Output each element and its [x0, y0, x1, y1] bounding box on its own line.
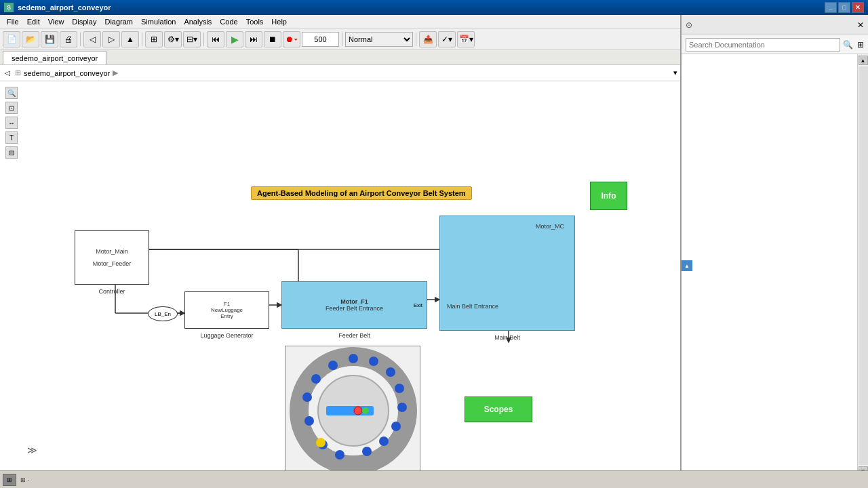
simulink-panel: File Edit View Display Diagram Simulatio…: [0, 15, 682, 488]
run-btn[interactable]: ▶: [226, 31, 243, 47]
info-button[interactable]: Info: [590, 182, 627, 210]
expand-btn[interactable]: ≫: [27, 445, 37, 455]
redo-btn[interactable]: ▷: [102, 31, 120, 47]
new-btn[interactable]: 📄: [3, 31, 20, 47]
stop-btn[interactable]: ⏹: [264, 31, 281, 47]
menu-view[interactable]: View: [44, 17, 68, 26]
path-arrow: ▶: [113, 68, 118, 77]
title-bar-controls: _ □ ✕: [825, 2, 864, 13]
main-belt-block[interactable]: Motor_MC Main Belt Entrance Main Belt: [439, 216, 575, 331]
menu-simulation[interactable]: Simulation: [137, 17, 180, 26]
menu-help[interactable]: Help: [267, 17, 291, 26]
controller-motor-feeder: Motor_Feeder: [93, 260, 132, 267]
svg-point-16: [391, 422, 401, 431]
feeder-belt-label: Feeder Belt: [338, 332, 370, 339]
share-btn[interactable]: 📤: [419, 31, 437, 47]
menu-analysis[interactable]: Analysis: [180, 17, 216, 26]
canvas-area[interactable]: 🔍 ⊡ ↔ T ⊟: [0, 81, 680, 474]
svg-point-17: [379, 436, 389, 446]
feeder-exit: Exit: [414, 302, 422, 308]
open-btn[interactable]: 📂: [22, 31, 39, 47]
svg-point-11: [349, 354, 358, 363]
svg-point-21: [302, 392, 312, 402]
scroll-up-btn[interactable]: ▲: [859, 56, 868, 65]
taskbar-start-btn[interactable]: ⊞: [3, 474, 16, 486]
luggage-new: NewLuggage: [211, 307, 243, 313]
search-documentation-input[interactable]: [686, 38, 840, 52]
luggage-gen-block[interactable]: F1 NewLuggage Entry Luggage Generator: [184, 291, 269, 329]
taskbar-label: ⊞ ·: [20, 476, 29, 483]
help-close-btn[interactable]: ✕: [857, 20, 864, 30]
svg-point-25: [316, 438, 326, 447]
help-scrollbar[interactable]: ▲ ▼: [857, 54, 868, 477]
model-tab[interactable]: sedemo_airport_conveyor: [3, 51, 106, 64]
record-btn[interactable]: ⊟▾: [183, 31, 201, 47]
scopes-button[interactable]: Scopes: [465, 396, 532, 422]
path-expand-btn[interactable]: ▾: [673, 68, 677, 77]
help-search-bar: 🔍 ⊞: [682, 35, 868, 54]
svg-point-14: [395, 384, 404, 393]
canvas-tools: 🔍 ⊡ ↔ T ⊟: [5, 87, 18, 159]
controller-label: Controller: [98, 288, 125, 295]
svg-point-18: [362, 447, 372, 456]
help-circle-btn[interactable]: ⊙: [686, 20, 692, 30]
svg-point-19: [328, 361, 338, 370]
minimize-btn[interactable]: _: [825, 2, 837, 13]
menu-file[interactable]: File: [3, 17, 23, 26]
zoom-in-icon[interactable]: 🔍: [5, 87, 18, 99]
fit-icon[interactable]: ⊡: [5, 102, 18, 114]
animation-svg: [285, 346, 421, 474]
svg-point-27: [330, 407, 338, 415]
lb-en-block[interactable]: LB_En: [148, 306, 178, 321]
menu-diagram[interactable]: Diagram: [100, 17, 137, 26]
debug-btn[interactable]: ⚙▾: [164, 31, 182, 47]
help-panel-header: ⊙ ✕: [682, 15, 868, 35]
title-bar-icon: S: [4, 3, 14, 12]
close-btn[interactable]: ✕: [852, 2, 864, 13]
search-documentation-icon[interactable]: 🔍: [843, 40, 853, 49]
record-run-btn[interactable]: ⏺▾: [283, 31, 300, 47]
step-fwd-btn[interactable]: ⏭: [245, 31, 262, 47]
check-btn[interactable]: ✓▾: [438, 31, 456, 47]
hide-icon[interactable]: ⊟: [5, 146, 18, 159]
path-icon: ⊞: [15, 68, 21, 77]
menu-bar: File Edit View Display Diagram Simulatio…: [0, 15, 680, 28]
step-back-btn[interactable]: ⏮: [207, 31, 224, 47]
menu-code[interactable]: Code: [216, 17, 241, 26]
svg-point-15: [397, 403, 407, 412]
calendar-btn[interactable]: 📅▾: [457, 31, 475, 47]
bottom-taskbar: ⊞ ⊞ ·: [0, 470, 868, 488]
help-content-area: ▲ ▼ ▲: [682, 54, 868, 477]
sim-mode-select[interactable]: Normal Accelerator Rapid Accelerator: [345, 32, 413, 47]
undo-btn[interactable]: ◁: [83, 31, 101, 47]
text-icon[interactable]: T: [5, 131, 18, 144]
path-bar: ◁ ⊞ sedemo_airport_conveyor ▶ ▾: [0, 65, 680, 81]
animation-block[interactable]: Animation: [285, 346, 420, 474]
menu-display[interactable]: Display: [68, 17, 100, 26]
menu-tools[interactable]: Tools: [242, 17, 268, 26]
tab-bar: sedemo_airport_conveyor: [0, 50, 680, 65]
title-bar: S sedemo_airport_conveyor _ □ ✕: [0, 0, 868, 15]
controller-block[interactable]: Motor_Main Motor_Feeder Controller: [75, 230, 149, 285]
print-btn[interactable]: 🖨: [60, 31, 77, 47]
lb-en-label: LB_En: [155, 311, 171, 317]
menu-edit[interactable]: Edit: [23, 17, 44, 26]
restore-btn[interactable]: □: [838, 2, 850, 13]
library-btn[interactable]: ⊞: [145, 31, 163, 47]
up-btn[interactable]: ▲: [121, 31, 139, 47]
sep5: [416, 33, 416, 46]
save-btn[interactable]: 💾: [41, 31, 58, 47]
scroll-thumb[interactable]: [859, 66, 868, 465]
feeder-belt-block[interactable]: Motor_F1 Feeder Belt Entrance Exit Feede…: [281, 281, 427, 329]
path-back-btn[interactable]: ◁: [3, 68, 12, 77]
title-bar-title: sedemo_airport_conveyor: [18, 3, 111, 12]
svg-point-12: [369, 357, 378, 366]
sep2: [142, 33, 142, 46]
feeder-entrance: Feeder Belt Entrance: [326, 305, 383, 312]
controller-motor-main: Motor_Main: [96, 248, 128, 255]
main-entrance: Main Belt Entrance: [447, 303, 498, 310]
arrow-icon[interactable]: ↔: [5, 117, 18, 129]
help-expand-icon[interactable]: ⊞: [857, 40, 864, 49]
help-side-up[interactable]: ▲: [682, 260, 692, 271]
sim-time-input[interactable]: [302, 32, 339, 47]
